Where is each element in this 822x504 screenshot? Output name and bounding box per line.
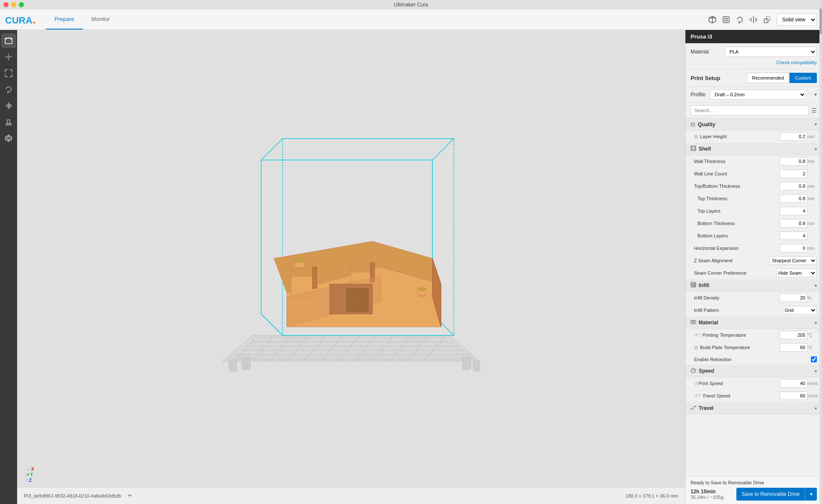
svg-rect-2 xyxy=(723,17,729,23)
infill-pattern-row: Infill Pattern Grid Lines Triangles Hone… xyxy=(685,304,822,317)
save-button[interactable]: Save to Removable Drive ▾ xyxy=(736,488,817,501)
quality-icon: ⊟ xyxy=(691,121,695,127)
svg-rect-60 xyxy=(351,263,370,272)
material-section: Material PLA ABS PETG Check compatibilit… xyxy=(685,43,822,69)
tool-scale[interactable] xyxy=(1,66,16,80)
infill-section-header[interactable]: Infill ▾ xyxy=(685,279,822,292)
print-speed-input[interactable] xyxy=(780,379,807,388)
enable-retraction-row: Enable Retraction xyxy=(685,354,822,365)
link-icon[interactable]: ⛓ xyxy=(694,134,698,139)
3d-view-icon[interactable] xyxy=(706,14,718,26)
travel-chevron-icon: ▾ xyxy=(815,406,817,411)
reset-icon[interactable]: ↺ xyxy=(694,333,697,338)
mirror-icon[interactable] xyxy=(748,14,759,26)
quality-section-header[interactable]: ⊟ Quality ▾ xyxy=(685,119,822,130)
infill-title: Infill xyxy=(699,282,815,288)
travel-section-header[interactable]: Travel ▾ xyxy=(685,402,822,415)
bottom-layers-input[interactable] xyxy=(780,231,807,240)
material-settings-title: Material xyxy=(699,320,815,326)
rotate-icon[interactable] xyxy=(734,14,746,26)
horizontal-expansion-input[interactable] xyxy=(780,244,807,252)
settings-scroll[interactable]: ⊟ Quality ▾ ⛓ Layer Height mm xyxy=(685,119,822,476)
view-mode-select[interactable]: Solid view Wireframe X-Ray Layers xyxy=(777,14,817,26)
infill-chevron-icon: ▾ xyxy=(815,283,817,288)
tab-prepare[interactable]: Prepare xyxy=(46,9,83,30)
edit-icon[interactable]: ✏ xyxy=(128,493,132,498)
print-setup-header: Print Setup Recommended Custom xyxy=(685,69,822,87)
speed-chevron-icon: ▾ xyxy=(815,369,817,374)
build-plate-link-icon[interactable]: ⛓ xyxy=(694,345,698,350)
svg-marker-11 xyxy=(9,104,12,107)
tab-custom[interactable]: Custom xyxy=(789,73,817,83)
tool-rotate[interactable] xyxy=(1,82,16,97)
speed-section-header[interactable]: Speed ▾ xyxy=(685,365,822,377)
tool-settings[interactable] xyxy=(1,131,16,145)
svg-rect-13 xyxy=(7,120,10,124)
infill-pattern-label: Infill Pattern xyxy=(694,308,783,313)
svg-rect-58 xyxy=(313,267,317,288)
save-material: 35.34m / ~105g xyxy=(691,495,724,500)
material-select[interactable]: PLA ABS PETG xyxy=(725,47,817,57)
top-bottom-thickness-input[interactable] xyxy=(780,182,807,190)
wall-line-count-label: Wall Line Count xyxy=(694,171,780,176)
svg-marker-15 xyxy=(223,335,480,361)
tool-open[interactable] xyxy=(1,33,16,48)
profile-star-icon[interactable]: ☆ xyxy=(808,92,813,98)
top-thickness-input[interactable] xyxy=(780,194,807,203)
travel-speed-help-icon[interactable]: ? xyxy=(698,394,701,398)
wall-line-count-input[interactable] xyxy=(780,169,807,178)
top-layers-input[interactable] xyxy=(780,207,807,215)
speed-title: Speed xyxy=(699,368,815,374)
top-bottom-thickness-label: Top/Bottom Thickness xyxy=(694,184,780,189)
tab-monitor[interactable]: Monitor xyxy=(83,9,119,30)
material-settings-header[interactable]: Material ▾ xyxy=(685,317,822,329)
profile-select[interactable]: Draft – 0.2mm Normal – 0.15mm Fine – 0.1… xyxy=(710,89,806,100)
shell-section-header[interactable]: Shell ▾ xyxy=(685,143,822,155)
quality-chevron-icon: ▾ xyxy=(815,122,817,127)
top-thickness-label: Top Thickness xyxy=(694,196,780,201)
wall-thickness-input[interactable] xyxy=(780,157,807,166)
menu-icon[interactable]: ☰ xyxy=(811,107,817,114)
minimize-button[interactable] xyxy=(11,2,16,7)
scale-icon[interactable] xyxy=(761,14,773,26)
shell-chevron-icon: ▾ xyxy=(815,147,817,151)
search-input[interactable] xyxy=(691,105,809,116)
tool-support[interactable] xyxy=(1,115,16,129)
tool-mirror[interactable] xyxy=(1,98,16,113)
z-seam-alignment-select[interactable]: Sharpest Corner Shortest Random xyxy=(770,256,817,265)
viewport[interactable]: → X ↗ Y ↑ Z PI3_de9df962-9832-4818-b210-… xyxy=(17,30,685,504)
save-button-arrow-icon[interactable]: ▾ xyxy=(805,488,817,501)
infill-density-input[interactable] xyxy=(780,294,807,302)
app-logo: CURA. xyxy=(5,13,36,27)
profile-row: Profile: Draft – 0.2mm Normal – 0.15mm F… xyxy=(685,87,822,103)
save-status: Ready to Save to Removable Drive xyxy=(691,480,817,485)
print-speed-reset-icon[interactable]: ↺ xyxy=(694,381,697,386)
perspective-icon[interactable] xyxy=(720,14,732,26)
travel-speed-input[interactable] xyxy=(780,391,807,400)
svg-rect-36 xyxy=(242,357,250,370)
infill-density-row: Infill Density % xyxy=(685,292,822,304)
tool-move[interactable] xyxy=(1,50,16,64)
check-compatibility-link[interactable]: Check compatibility xyxy=(776,60,817,65)
svg-point-90 xyxy=(695,406,697,407)
printing-temperature-input[interactable] xyxy=(780,331,807,339)
travel-speed-reset-icon[interactable]: ↺ xyxy=(694,394,697,398)
layer-height-input[interactable] xyxy=(780,132,807,141)
infill-pattern-select[interactable]: Grid Lines Triangles Honeycomb xyxy=(783,306,817,314)
enable-retraction-label: Enable Retraction xyxy=(694,357,811,362)
tab-recommended[interactable]: Recommended xyxy=(747,73,790,83)
scrollbar[interactable] xyxy=(819,30,822,504)
help-icon[interactable]: ? xyxy=(698,333,701,338)
svg-marker-10 xyxy=(6,104,8,107)
top-layers-row: Top Layers xyxy=(685,205,822,217)
enable-retraction-checkbox[interactable] xyxy=(811,356,817,362)
maximize-button[interactable] xyxy=(19,2,24,7)
bottom-thickness-input[interactable] xyxy=(780,219,807,228)
build-plate-temperature-input[interactable] xyxy=(780,343,807,352)
seam-corner-preference-select[interactable]: Hide Seam Expose Seam None xyxy=(776,269,817,277)
printing-temperature-row: ↺ ? Printing Temperature °C xyxy=(685,329,822,341)
wall-thickness-row: Wall Thickness mm xyxy=(685,155,822,168)
bottom-thickness-row: Bottom Thickness mm xyxy=(685,217,822,230)
profile-menu-icon[interactable]: ▾ xyxy=(814,92,817,98)
close-button[interactable] xyxy=(3,2,9,7)
